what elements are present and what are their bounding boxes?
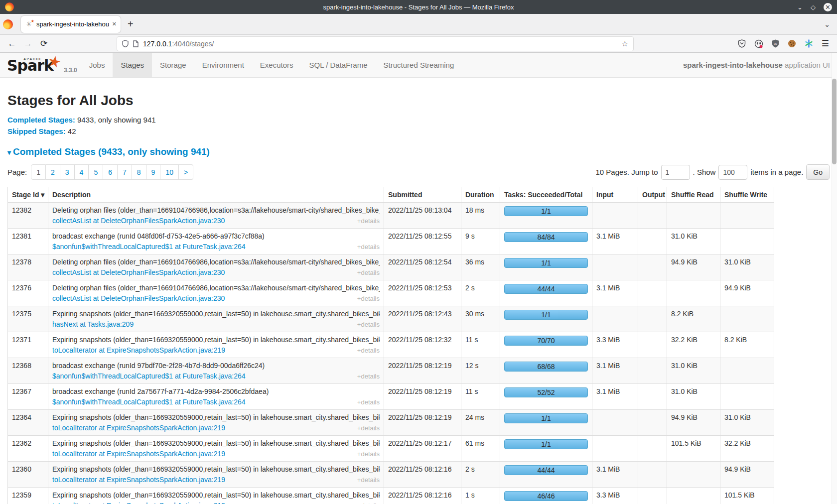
page-button-10[interactable]: 10 [160,164,179,180]
ublock-shield-icon[interactable]: u0 [772,39,779,48]
submitted-cell: 2022/11/25 08:12:16 [384,488,461,504]
jump-to-input[interactable] [661,165,690,180]
page-button-6[interactable]: 6 [103,164,118,180]
forward-button[interactable]: → [21,37,35,50]
column-header-shuffle-write[interactable]: Shuffle Write [720,187,774,203]
stage-detail-link[interactable]: $anonfun$withThreadLocalCaptured$1 at Fu… [52,372,246,380]
window-minimize-button[interactable]: ⌄ [797,3,803,11]
stage-detail-link[interactable]: $anonfun$withThreadLocalCaptured$1 at Fu… [52,398,246,406]
page-button-4[interactable]: 4 [75,164,89,180]
column-header-shuffle-read[interactable]: Shuffle Read [667,187,720,203]
shield-permissions-icon[interactable] [122,40,129,47]
column-header-input[interactable]: Input [592,187,638,203]
details-toggle[interactable]: +details [357,373,380,380]
stage-description-text: Expiring snapshots (older_than=166932055… [52,491,380,499]
menu-hamburger-icon[interactable]: ☰ [822,38,829,49]
output-cell [638,462,667,488]
duration-cell: 11 s [461,332,500,358]
page-button-7[interactable]: 7 [118,164,132,180]
completed-stages-section-toggle[interactable]: ▾Completed Stages (9433, only showing 94… [7,146,830,157]
details-toggle[interactable]: +details [357,243,380,251]
column-header-submitted[interactable]: Submitted [384,187,461,203]
stage-description-line2: toLocalIterator at ExpireSnapshotsSparkA… [52,502,380,504]
details-toggle[interactable]: +details [357,398,380,406]
spark-nav-item-storage[interactable]: Storage [152,53,194,77]
reload-button[interactable]: ⟳ [37,37,51,50]
spark-nav-item-jobs[interactable]: Jobs [81,53,113,77]
window-maximize-button[interactable]: ◇ [811,3,816,11]
shuffle-write-cell [720,203,774,229]
show-count-input[interactable] [718,165,747,180]
stage-detail-link[interactable]: collectAsList at DeleteOrphanFilesSparkA… [52,217,225,225]
details-toggle[interactable]: +details [357,321,380,328]
translate-asterisk-icon[interactable] [805,39,813,48]
firefox-icon [3,19,13,29]
spark-nav-item-environment[interactable]: Environment [194,53,252,77]
details-toggle[interactable]: +details [357,424,380,432]
details-toggle[interactable]: +details [357,502,380,504]
stage-detail-link[interactable]: collectAsList at DeleteOrphanFilesSparkA… [52,294,225,302]
stage-id-cell: 12368 [8,358,48,384]
column-header-output[interactable]: Output [638,187,667,203]
input-cell: 3.1 MiB [592,280,638,306]
spark-logo[interactable]: APACHE Spark ★ [0,53,64,77]
column-header-stage-id[interactable]: Stage Id ▾ [8,187,48,203]
stage-detail-link[interactable]: toLocalIterator at ExpireSnapshotsSparkA… [52,502,225,504]
page-button-3[interactable]: 3 [60,164,75,180]
stage-detail-link[interactable]: toLocalIterator at ExpireSnapshotsSparkA… [52,424,225,432]
page-next-button[interactable]: > [179,164,193,180]
stage-row: 12367broadcast exchange (runId 2a75677f-… [8,384,774,410]
container-mask-icon[interactable] [754,39,763,48]
stage-detail-link[interactable]: toLocalIterator at ExpireSnapshotsSparkA… [52,346,225,354]
stage-detail-link[interactable]: toLocalIterator at ExpireSnapshotsSparkA… [52,476,225,484]
tab-close-button[interactable]: ✕ [109,21,117,27]
stage-detail-link[interactable]: toLocalIterator at ExpireSnapshotsSparkA… [52,450,225,458]
stage-detail-link[interactable]: hasNext at Tasks.java:209 [52,320,134,328]
pocket-shield-icon[interactable] [738,39,746,48]
column-header-duration[interactable]: Duration [461,187,500,203]
page-scrollbar-thumb[interactable] [832,79,837,164]
stage-row: 12359Expiring snapshots (older_than=1669… [8,488,774,504]
column-header-tasks-succeeded-total[interactable]: Tasks: Succeeded/Total [500,187,592,203]
details-toggle[interactable]: +details [357,476,380,484]
page-button-1[interactable]: 1 [31,164,46,180]
stage-id-cell: 12359 [8,488,48,504]
bookmark-star-icon[interactable]: ☆ [622,39,628,48]
go-button[interactable]: Go [806,164,830,180]
stage-detail-link[interactable]: $anonfun$withThreadLocalCaptured$1 at Fu… [52,243,246,251]
browser-tab[interactable]: ✳★ spark-ingest-into-lakehous ✕ [21,16,121,33]
spark-nav-item-structured-streaming[interactable]: Structured Streaming [376,53,462,77]
details-toggle[interactable]: +details [357,295,380,302]
description-cell: Deleting orphan files (older_than=166910… [48,203,384,229]
page-info-icon[interactable] [133,40,139,47]
column-header-description[interactable]: Description [48,187,384,203]
description-cell: Expiring snapshots (older_than=166932055… [48,488,384,504]
new-tab-button[interactable]: + [128,18,134,30]
window-close-button[interactable]: ✕ [824,3,832,11]
description-cell: broadcast exchange (runId 048fd06f-d753-… [48,229,384,254]
stage-description-text: broadcast exchange (runId 048fd06f-d753-… [52,232,380,240]
details-toggle[interactable]: +details [357,217,380,225]
details-toggle[interactable]: +details [357,269,380,276]
details-toggle[interactable]: +details [357,347,380,354]
stages-table-header-row: Stage Id ▾DescriptionSubmittedDurationTa… [8,187,774,203]
tasks-progress-bar: 1/1 [504,258,588,268]
cookie-icon[interactable] [788,39,796,48]
tab-bar: ✳★ spark-ingest-into-lakehous ✕ + ⌄ [0,14,837,35]
details-toggle[interactable]: +details [357,450,380,458]
page-button-5[interactable]: 5 [89,164,103,180]
page-button-8[interactable]: 8 [132,164,146,180]
back-button[interactable]: ← [5,37,19,50]
page-button-2[interactable]: 2 [46,164,60,180]
shuffle-read-cell: 101.5 KiB [667,436,720,462]
url-bar[interactable]: 127.0.0.1:4040/stages/ ☆ [117,36,634,51]
tab-list-chevron-icon[interactable]: ⌄ [824,20,830,28]
spark-nav-item-executors[interactable]: Executors [252,53,301,77]
spark-nav-item-sql-dataframe[interactable]: SQL / DataFrame [301,53,376,77]
output-cell [638,358,667,384]
spark-nav-item-stages[interactable]: Stages [113,53,152,77]
completed-stages-value: 9433, only showing 941 [75,116,156,124]
page-button-9[interactable]: 9 [146,164,161,180]
stage-detail-link[interactable]: collectAsList at DeleteOrphanFilesSparkA… [52,268,225,276]
show-label: . Show [693,168,716,176]
